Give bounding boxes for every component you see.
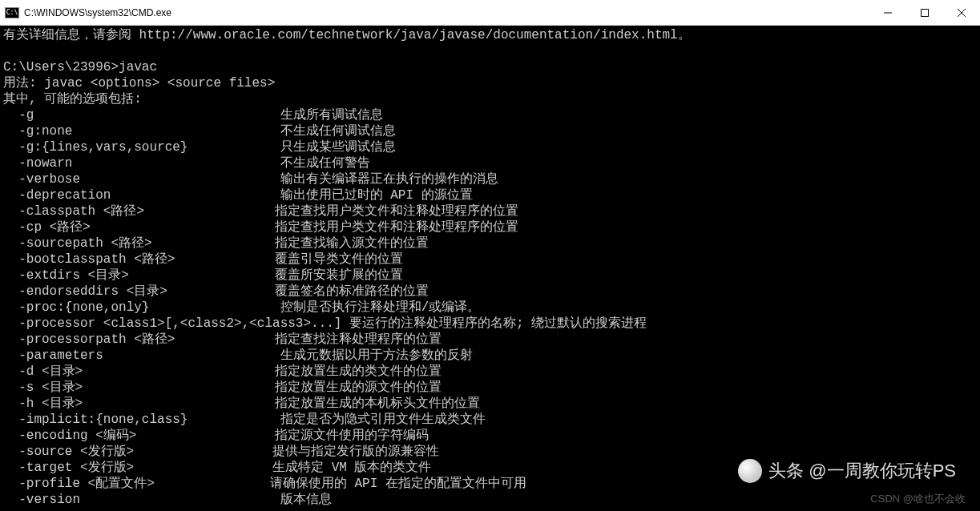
svg-rect-1 [922,9,929,16]
cmd-icon: C:\ [5,7,19,18]
window-controls [869,0,980,25]
minimize-button[interactable] [869,0,906,25]
maximize-button[interactable] [906,0,943,25]
window-title: C:\WINDOWS\system32\CMD.exe [24,7,869,18]
window-titlebar: C:\ C:\WINDOWS\system32\CMD.exe [0,0,980,26]
close-button[interactable] [943,0,980,25]
console-output[interactable]: 有关详细信息，请参阅 http://www.oracle.com/technet… [0,26,980,509]
